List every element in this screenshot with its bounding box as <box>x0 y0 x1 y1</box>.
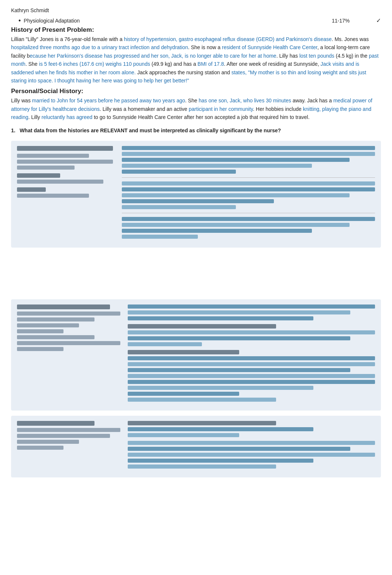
history-text-10: Jack approaches the nursing station and <box>136 69 231 75</box>
bottom-right-2 <box>128 421 375 472</box>
personal-highlight-7: reluctantly has agreed <box>42 114 93 120</box>
bullet-check-icon: ✓ <box>376 17 381 24</box>
bullet-percent: 11-17% <box>332 18 361 24</box>
personal-text-5: . Lilly was a homemaker and an active <box>100 106 189 112</box>
answer-section-1 <box>11 141 381 248</box>
history-text-9: . After one week of residing at Sunnysid… <box>224 61 321 67</box>
blurred-block-6 <box>122 217 375 239</box>
personal-highlight-3: who lives 30 minutes <box>243 98 291 103</box>
question-section: 1. What data from the histories are RELE… <box>11 127 381 133</box>
blurred-block-1 <box>17 146 113 170</box>
personal-text-4: away. Jack has a <box>291 98 333 103</box>
history-highlight-8: BMI of 17.8 <box>197 61 224 67</box>
history-text-1: Lillian "Lilly" Jones is a 76-year-old f… <box>11 36 124 42</box>
blurred-block-3 <box>17 187 113 198</box>
history-text-3: . She is now a <box>188 44 222 50</box>
bullet-row: • Physiological Adaptation 11-17% ✓ <box>11 17 381 24</box>
personal-paragraph: Lilly was married to John for 54 years b… <box>11 96 381 121</box>
bottom-blurred-7 <box>128 441 375 469</box>
blurred-block-2 <box>17 173 113 184</box>
personal-text-7: . Lilly <box>28 114 42 120</box>
answer-right-col <box>122 146 375 242</box>
bottom-blurred-1 <box>17 304 120 351</box>
blurred-block-4 <box>122 146 375 174</box>
bullet-label: • Physiological Adaptation <box>18 17 100 24</box>
history-text-7: . She <box>25 61 39 67</box>
student-name: Kathryn Schmidt <box>11 7 381 13</box>
bottom-left-2 <box>17 421 120 472</box>
history-text-6: (4.5 kg) in the <box>334 53 369 59</box>
bottom-left-1 <box>17 304 120 405</box>
bottom-sections <box>11 299 381 477</box>
bottom-box-inner-2 <box>17 421 375 472</box>
blurred-block-5 <box>122 181 375 209</box>
personal-text-2: . She <box>185 98 199 103</box>
history-highlight-7: is 5 feet-6 inches (167.6 cm) weighs 110… <box>39 61 150 67</box>
history-highlight-1: history of hypertension, gastro esophage… <box>124 36 332 42</box>
personal-text-8: to go to Sunnyside Health Care Center af… <box>92 114 309 120</box>
history-highlight-5: lost ten pounds <box>299 53 334 59</box>
history-text-2: . Ms. Jones was <box>332 36 369 42</box>
history-heading: History of Present Problem: <box>11 26 381 34</box>
question-text: What data from the histories are RELEVAN… <box>20 127 281 133</box>
bottom-blurred-5 <box>17 421 120 450</box>
history-highlight-3: resident of Sunnyside Health Care Center <box>222 44 317 50</box>
history-paragraph: Lillian "Lilly" Jones is a 76-year-old f… <box>11 35 381 85</box>
bottom-blurred-3 <box>128 324 375 346</box>
spacer-1 <box>11 248 381 292</box>
personal-highlight-2: has one son, Jack, <box>199 98 242 103</box>
history-highlight-4: ecause her Parkinson's disease has progr… <box>30 53 276 59</box>
bottom-right-1 <box>128 304 375 405</box>
history-highlight-2: hospitalized three months ago due to a u… <box>11 44 188 50</box>
personal-text-6: . Her hobbies include <box>253 106 303 112</box>
bottom-box-2 <box>11 416 381 477</box>
bullet-dot-icon: • <box>18 17 21 24</box>
history-text-5: . Lilly has <box>276 53 299 59</box>
bottom-blurred-2 <box>128 304 375 320</box>
bottom-blurred-6 <box>128 421 375 437</box>
bottom-box-1 <box>11 299 381 411</box>
bullet-text: Physiological Adaptation <box>24 18 80 24</box>
personal-heading: Personal/Social History: <box>11 88 381 95</box>
personal-highlight-5: participant in her community <box>189 106 253 112</box>
history-text-8: (49.9 kg) and has a <box>150 61 197 67</box>
question-1: 1. What data from the histories are RELE… <box>11 127 381 133</box>
bottom-blurred-4 <box>128 350 375 402</box>
answer-left-col <box>17 146 113 242</box>
question-number: 1. <box>11 127 20 133</box>
personal-text-1: Lilly was <box>11 98 32 103</box>
bottom-box-inner-1 <box>17 304 375 405</box>
personal-highlight-1: married to John for 54 years before he p… <box>32 98 185 103</box>
